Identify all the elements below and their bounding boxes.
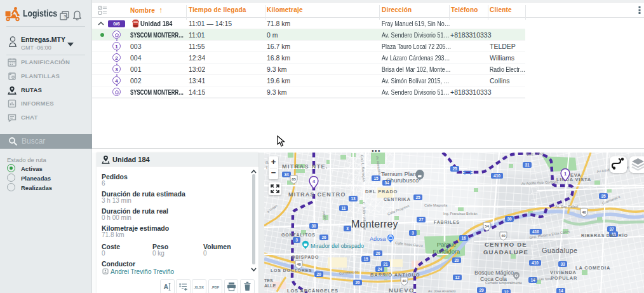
svg-text:Guadalupe: Guadalupe	[542, 247, 578, 254]
svg-text:Coca Cola: Coca Cola	[480, 276, 507, 282]
svg-text:CENTRO DE: CENTRO DE	[485, 241, 527, 248]
svg-text:30: 30	[507, 217, 512, 221]
svg-text:410: 410	[532, 229, 539, 234]
svg-text:Ing. Francisco Beltrán: Ing. Francisco Beltrán	[443, 212, 478, 215]
svg-text:1: 1	[564, 171, 567, 177]
svg-text:12: 12	[455, 275, 460, 280]
svg-text:Av. San Rafael: Av. San Rafael	[555, 205, 578, 208]
svg-text:LOS DOCTORES: LOS DOCTORES	[271, 268, 312, 273]
svg-text:12: 12	[504, 290, 509, 293]
svg-text:30: 30	[311, 224, 316, 228]
svg-text:Monterrey: Monterrey	[351, 219, 398, 229]
svg-text:27: 27	[419, 217, 424, 222]
svg-text:Fundidora: Fundidora	[433, 248, 460, 255]
svg-text:VIVIENDA: VIVIENDA	[550, 269, 577, 275]
svg-text:40: 40	[402, 279, 406, 283]
svg-text:GONZALITOS: GONZALITOS	[281, 233, 316, 237]
svg-text:34: 34	[284, 172, 289, 177]
svg-text:410: 410	[532, 261, 539, 265]
svg-text:Adosa: Adosa	[370, 236, 386, 242]
svg-text:3: 3	[346, 226, 349, 231]
svg-text:54: 54	[485, 224, 489, 228]
svg-text:MITRAS NTE.: MITRAS NTE.	[282, 163, 328, 170]
svg-text:26: 26	[321, 235, 326, 240]
svg-text:15: 15	[373, 176, 379, 181]
svg-text:Av. Las Torres: Av. Las Torres	[533, 277, 554, 281]
svg-text:26: 26	[375, 251, 380, 256]
svg-text:MITRAS CENTRO: MITRAS CENTRO	[288, 191, 346, 198]
svg-text:14: 14	[558, 289, 563, 293]
svg-text:40: 40	[501, 234, 506, 238]
svg-text:37: 37	[609, 227, 614, 231]
svg-text:40: 40	[582, 210, 586, 214]
svg-text:FABRILES: FABRILES	[434, 220, 460, 224]
svg-text:24: 24	[377, 267, 382, 271]
svg-text:16: 16	[461, 236, 466, 240]
svg-text:3: 3	[412, 231, 414, 235]
svg-text:DEL PRADO: DEL PRADO	[365, 189, 398, 194]
svg-text:OBISPADO: OBISPADO	[292, 255, 319, 259]
svg-text:15: 15	[363, 257, 368, 261]
svg-text:.XLSX: .XLSX	[194, 285, 204, 289]
svg-text:20: 20	[316, 272, 321, 276]
svg-text:11: 11	[342, 206, 346, 210]
svg-text:Av. José Alvarado: Av. José Alvarado	[428, 289, 456, 293]
svg-text:POPULAR: POPULAR	[551, 275, 577, 281]
svg-text:A: A	[164, 283, 169, 290]
svg-text:.PDF: .PDF	[211, 285, 219, 289]
svg-text:LINDA VISTA: LINDA VISTA	[556, 177, 591, 182]
svg-text:LA COMEDIA: LA COMEDIA	[575, 265, 610, 271]
svg-text:BARRIO ANTIGUO: BARRIO ANTIGUO	[370, 272, 420, 278]
svg-text:85: 85	[292, 177, 296, 181]
svg-text:TES: TES	[264, 278, 273, 283]
svg-text:21: 21	[383, 262, 388, 266]
svg-text:?: ?	[64, 14, 67, 20]
svg-text:CENTRIKA: CENTRIKA	[384, 197, 411, 201]
svg-text:Mirador del obispado: Mirador del obispado	[311, 243, 364, 249]
svg-text:33: 33	[560, 262, 565, 266]
svg-text:LOS ARCÁNGELES: LOS ARCÁNGELES	[287, 288, 339, 293]
svg-text:31: 31	[525, 163, 530, 167]
svg-text:35: 35	[601, 194, 606, 198]
svg-text:RIBERAS DEL RÍO: RIBERAS DEL RÍO	[581, 233, 628, 238]
svg-text:13: 13	[351, 196, 356, 201]
svg-text:410: 410	[493, 174, 500, 178]
svg-text:NUEVO: NUEVO	[389, 287, 415, 293]
svg-text:25: 25	[415, 195, 420, 200]
svg-text:Churubusco: Churubusco	[386, 177, 419, 184]
svg-text:Parque: Parque	[437, 241, 457, 248]
svg-text:40: 40	[297, 262, 301, 266]
svg-text:GUADALUPE: GUADALUPE	[483, 249, 528, 256]
svg-text:ALLE: ALLE	[264, 283, 276, 288]
svg-text:Bosque Mágico: Bosque Mágico	[474, 269, 514, 276]
svg-text:Calle Magnolia: Calle Magnolia	[424, 203, 448, 207]
svg-text:29: 29	[479, 288, 484, 292]
svg-text:20: 20	[454, 258, 459, 262]
svg-text:25: 25	[452, 167, 457, 171]
svg-text:3: 3	[295, 238, 298, 242]
svg-text:20: 20	[355, 280, 360, 285]
